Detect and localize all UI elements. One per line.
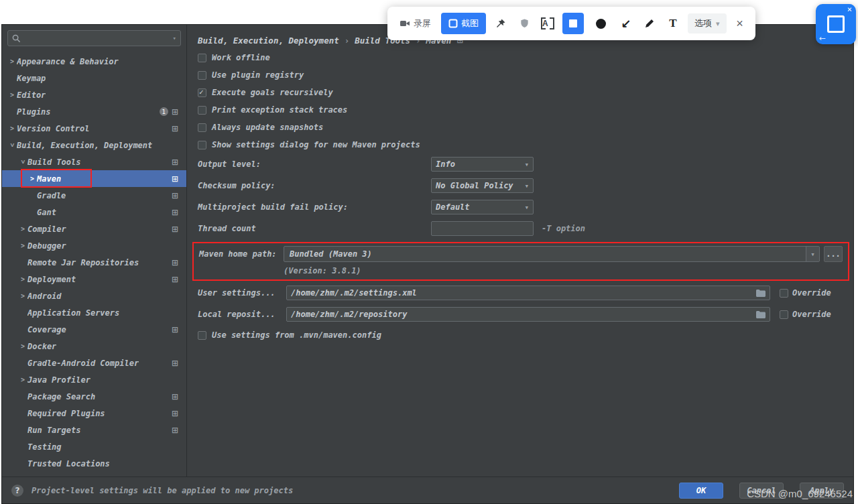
pen-tool-button[interactable]	[641, 14, 658, 33]
sidebar-tree-item[interactable]: Keymap	[2, 70, 186, 86]
sidebar-tree-item[interactable]: Application Servers	[2, 304, 186, 321]
tree-item-label: Coverage	[27, 325, 66, 334]
tree-item-label: Application Servers	[27, 308, 119, 318]
search-input[interactable]	[23, 34, 170, 43]
checkbox[interactable]	[198, 106, 206, 115]
form-select-row: Output level: Info	[198, 153, 844, 175]
tree-item-label: Required Plugins	[27, 409, 105, 418]
override-checkbox[interactable]	[780, 310, 788, 319]
folder-icon[interactable]	[756, 311, 765, 318]
checkbox[interactable]	[198, 331, 206, 340]
sidebar-tree-item[interactable]: Maven	[2, 170, 186, 187]
sidebar-tree-item[interactable]: Gant	[2, 204, 186, 220]
ok-button[interactable]: OK	[679, 483, 723, 499]
dropdown-value: No Global Policy	[436, 181, 524, 190]
dropdown-value: Info	[436, 160, 524, 169]
sidebar-tree-item[interactable]: Run Targets	[2, 422, 186, 438]
checkbox-label[interactable]: Use plugin registry	[212, 70, 304, 80]
dropdown[interactable]: Info	[431, 157, 534, 172]
video-camera-icon	[400, 18, 410, 29]
sidebar-tree-item[interactable]: Appearance & Behavior	[2, 53, 186, 70]
shared-settings-icon	[172, 359, 178, 367]
browse-button[interactable]: ...	[824, 246, 843, 262]
shared-settings-icon	[172, 192, 178, 200]
checkbox-label[interactable]: Always update snapshots	[212, 123, 323, 132]
text-tool-icon: T	[669, 17, 676, 30]
sidebar-tree-item[interactable]: Build, Execution, Deployment	[2, 137, 186, 153]
sidebar-tree-item[interactable]: Compiler	[2, 220, 186, 237]
checkbox[interactable]	[198, 123, 206, 132]
tree-expand-arrow-icon	[18, 376, 27, 383]
record-screen-button[interactable]: 录屏	[395, 13, 435, 34]
sidebar-tree-item[interactable]: Required Plugins	[2, 405, 186, 422]
text-tool-button[interactable]: T	[664, 14, 682, 33]
override-label[interactable]: Override	[792, 310, 831, 319]
capture-app-button[interactable]	[816, 4, 856, 44]
breadcrumb-part[interactable]: Build, Execution, Deployment	[198, 36, 339, 46]
sidebar-tree-item[interactable]: Trusted Locations	[2, 455, 186, 472]
sidebar-tree-item[interactable]: Gradle-Android Compiler	[2, 355, 186, 371]
tree-item-label: Android	[27, 292, 62, 301]
options-button[interactable]: 选项	[688, 13, 727, 34]
sidebar-tree-item[interactable]: Gradle	[2, 187, 186, 204]
form-checkbox-row: Use plugin registry	[198, 66, 844, 84]
sidebar-tree-item[interactable]: Plugins 1	[2, 103, 186, 120]
folder-icon[interactable]	[756, 290, 765, 297]
tree-expand-arrow-icon	[18, 242, 27, 249]
screenshot-button[interactable]: 截图	[441, 13, 486, 34]
shared-settings-icon	[172, 108, 178, 116]
arrow-tool-button[interactable]: ↙	[617, 14, 635, 33]
checkbox-label[interactable]: Work offline	[212, 53, 270, 62]
mvn-config-checkbox-row: Use settings from .mvn/maven.config	[198, 326, 844, 344]
ellipse-tool-button[interactable]	[590, 13, 611, 34]
checkbox[interactable]	[198, 141, 206, 149]
tree-item-label: Build, Execution, Deployment	[17, 141, 152, 150]
override-label[interactable]: Override	[792, 288, 831, 298]
checkbox-label[interactable]: Show settings dialog for new Maven proje…	[212, 140, 420, 149]
select-label: Output level:	[198, 160, 431, 169]
tree-expand-arrow-icon	[7, 125, 17, 132]
close-icon[interactable]	[847, 5, 852, 14]
override-checkbox[interactable]	[780, 289, 788, 298]
sidebar-tree-item[interactable]: Debugger	[2, 237, 186, 254]
path-input[interactable]: /home/zhm/.m2/settings.xml	[286, 286, 770, 300]
dropdown[interactable]: Default	[431, 200, 534, 214]
sidebar-tree-item[interactable]: Build Tools	[2, 153, 186, 170]
pin-button[interactable]	[492, 14, 509, 33]
sidebar-tree-item[interactable]: Java Profiler	[2, 371, 186, 388]
checkbox[interactable]	[198, 71, 206, 80]
rectangle-tool-button[interactable]	[562, 13, 584, 34]
combobox-dropdown-button[interactable]	[806, 247, 819, 261]
checkbox-label[interactable]: Print exception stack traces	[212, 105, 347, 115]
path-input[interactable]: /home/zhm/.m2/repository	[286, 307, 770, 322]
help-button[interactable]: ?	[11, 485, 23, 497]
close-toolbar-button[interactable]	[733, 17, 747, 31]
sidebar-tree-item[interactable]: Remote Jar Repositories	[2, 254, 186, 271]
thread-count-input[interactable]	[431, 221, 534, 236]
ocr-button[interactable]	[539, 14, 556, 33]
sidebar-tree-item[interactable]: Coverage	[2, 321, 186, 338]
sidebar-tree-item[interactable]: Deployment	[2, 271, 186, 288]
shield-button[interactable]	[515, 14, 533, 33]
settings-search-box[interactable]: ▾	[7, 30, 181, 46]
sidebar-tree-item[interactable]: Testing	[2, 438, 186, 455]
sidebar-tree-item[interactable]: Android	[2, 288, 186, 304]
dropdown[interactable]: No Global Policy	[431, 178, 534, 193]
checkbox[interactable]	[198, 88, 206, 97]
maven-home-combobox[interactable]: Bundled (Maven 3)	[284, 246, 820, 262]
tree-item-label: Testing	[27, 442, 62, 452]
checkbox-label[interactable]: Use settings from .mvn/maven.config	[212, 330, 381, 340]
chevron-down-icon	[810, 250, 815, 259]
path-settings-row: User settings... /home/zhm/.m2/settings.…	[198, 282, 844, 304]
cancel-button[interactable]: Cancel	[739, 483, 784, 499]
checkbox-label[interactable]: Execute goals recursively	[212, 88, 333, 97]
sidebar-tree-item[interactable]: Version Control	[2, 120, 186, 137]
sidebar-tree-item[interactable]: Package Search	[2, 388, 186, 405]
sidebar-tree-item[interactable]: Docker	[2, 338, 186, 355]
apply-button[interactable]: Apply	[800, 483, 844, 499]
checkbox[interactable]	[198, 54, 206, 62]
tree-item-label: Run Targets	[27, 426, 80, 435]
sidebar-tree-item[interactable]: Editor	[2, 86, 186, 103]
tree-item-label: Version Control	[17, 124, 89, 133]
tree-item-label: Gradle-Android Compiler	[27, 359, 139, 368]
